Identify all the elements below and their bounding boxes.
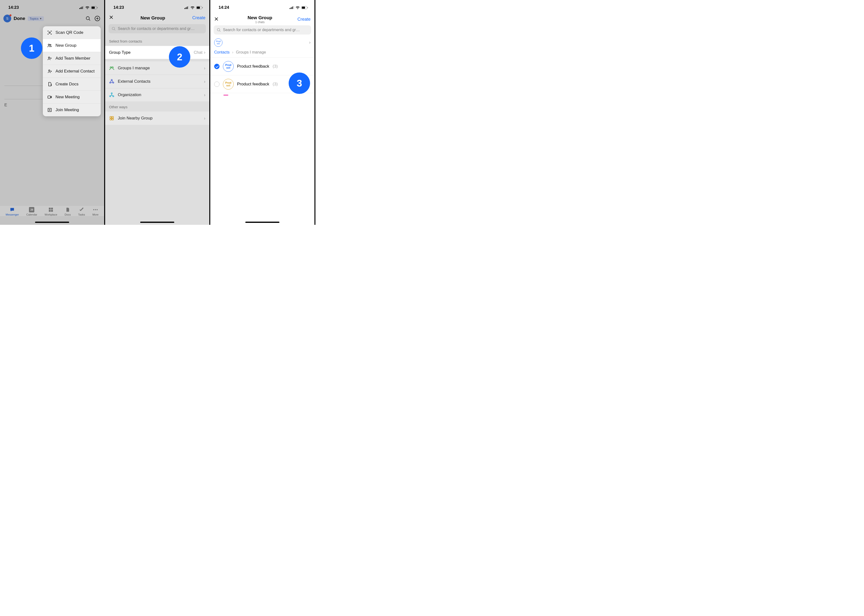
group-avatar: Prod uct	[223, 61, 234, 72]
screenshot-2: 14:23 New Group Create Search for contac…	[105, 0, 210, 225]
status-bar: 14:23	[0, 0, 104, 12]
row-organization[interactable]: Organization ›	[105, 88, 209, 101]
svg-point-14	[50, 44, 51, 45]
group-name: Product feedback	[237, 82, 269, 86]
svg-point-31	[93, 209, 94, 210]
nearby-icon	[109, 116, 114, 121]
menu-add-external-contact[interactable]: Add External Contact	[43, 65, 101, 78]
menu-create-docs[interactable]: Create Docs	[43, 78, 101, 91]
svg-point-7	[86, 17, 89, 20]
row-external-contacts[interactable]: External Contacts ›	[105, 75, 209, 88]
close-icon	[214, 17, 219, 21]
create-button[interactable]: Create	[192, 15, 205, 20]
add-button[interactable]	[94, 15, 101, 22]
chevron-right-icon: ›	[204, 50, 205, 55]
search-icon	[85, 16, 91, 21]
menu-add-team-member[interactable]: Add Team Member	[43, 52, 101, 65]
svg-rect-63	[307, 7, 308, 8]
tab-more[interactable]: More	[93, 207, 99, 216]
row-join-nearby[interactable]: Join Nearby Group ›	[105, 112, 209, 125]
modal-title: New Group	[140, 15, 165, 21]
section-select-contacts: Select from contacts	[105, 36, 209, 46]
search-placeholder: Search for contacts or departments and g…	[223, 28, 300, 32]
topics-label: Topics	[30, 17, 39, 20]
svg-point-45	[110, 67, 112, 68]
menu-join-meeting[interactable]: Join Meeting	[43, 104, 101, 116]
search-input[interactable]: Search for contacts or departments and g…	[109, 24, 206, 33]
checkbox[interactable]	[214, 82, 220, 87]
svg-point-46	[112, 67, 113, 68]
row-groups-i-manage[interactable]: Groups I manage ›	[105, 61, 209, 75]
svg-point-48	[110, 82, 111, 83]
search-icon	[112, 27, 116, 31]
svg-point-50	[111, 93, 112, 94]
svg-rect-3	[83, 6, 84, 9]
caret-down-icon: ▼	[39, 17, 42, 20]
svg-rect-28	[51, 208, 53, 210]
svg-rect-60	[293, 6, 294, 9]
svg-point-49	[113, 82, 114, 83]
selected-chip[interactable]: Prod uct	[214, 38, 222, 47]
tab-calendar[interactable]: 29 Calendar	[26, 207, 37, 216]
svg-point-33	[97, 209, 98, 210]
svg-point-43	[112, 27, 115, 30]
checkbox[interactable]	[214, 64, 220, 69]
chevron-right-icon: ›	[204, 116, 205, 121]
close-button[interactable]	[109, 15, 113, 21]
chevron-right-icon: ›	[232, 50, 233, 54]
svg-rect-12	[49, 32, 50, 33]
tab-messenger[interactable]: Messenger	[6, 207, 19, 216]
svg-rect-54	[112, 116, 113, 118]
topics-filter-chip[interactable]: Topics ▼	[28, 16, 44, 21]
status-time: 14:23	[8, 5, 19, 10]
close-button[interactable]	[214, 17, 224, 22]
status-right	[79, 6, 98, 9]
modal-title: New Group	[224, 15, 296, 20]
next-item-peek	[223, 95, 228, 96]
chevron-right-icon[interactable]: ›	[309, 40, 310, 45]
screenshot-3: 14:24 New Group 1 chats Create Search fo…	[210, 0, 315, 225]
svg-rect-0	[79, 8, 80, 9]
svg-point-52	[113, 96, 114, 97]
wifi-icon	[85, 6, 90, 9]
status-time: 14:23	[113, 5, 124, 10]
svg-rect-39	[197, 6, 200, 8]
step-bubble-1: 1	[21, 38, 42, 59]
tab-tasks[interactable]: Tasks	[78, 207, 85, 216]
selected-chip-row: Prod uct ›	[210, 37, 315, 50]
home-indicator	[246, 222, 279, 223]
svg-point-15	[49, 57, 50, 58]
breadcrumb: Contacts › Groups I manage	[210, 50, 315, 57]
status-right	[184, 6, 203, 9]
tab-workplace[interactable]: Workplace	[44, 207, 57, 216]
breadcrumb-contacts[interactable]: Contacts	[214, 50, 230, 54]
modal-header: New Group Create	[105, 12, 209, 24]
profile-avatar[interactable]: S	[3, 14, 11, 22]
tab-docs[interactable]: Docs	[65, 207, 71, 216]
close-icon	[109, 15, 113, 19]
menu-scan-qr[interactable]: Scan QR Code	[43, 26, 101, 39]
search-icon	[217, 28, 221, 32]
svg-point-13	[48, 44, 49, 45]
svg-point-18	[49, 70, 50, 71]
more-icon	[93, 207, 98, 212]
workplace-icon	[48, 207, 54, 212]
status-bar: 14:23	[105, 0, 209, 12]
battery-icon	[301, 6, 308, 9]
svg-point-47	[111, 79, 112, 80]
search-input[interactable]: Search for contacts or departments and g…	[214, 25, 311, 35]
cellular-icon	[184, 6, 189, 9]
breadcrumb-current: Groups I manage	[236, 50, 266, 54]
menu-new-meeting[interactable]: New Meeting	[43, 91, 101, 104]
svg-rect-55	[110, 118, 112, 120]
search-button[interactable]	[85, 15, 91, 22]
menu-new-group[interactable]: New Group	[43, 39, 101, 52]
group-type-row[interactable]: Group Type Chat ›	[105, 46, 209, 59]
create-button[interactable]: Create	[296, 17, 310, 22]
svg-rect-34	[184, 8, 185, 9]
groups-icon	[109, 66, 114, 71]
group-avatar: Prod uct	[223, 79, 234, 90]
group-type-value-wrap: Chat ›	[194, 50, 205, 55]
wifi-icon	[190, 6, 195, 9]
svg-rect-57	[290, 8, 290, 9]
